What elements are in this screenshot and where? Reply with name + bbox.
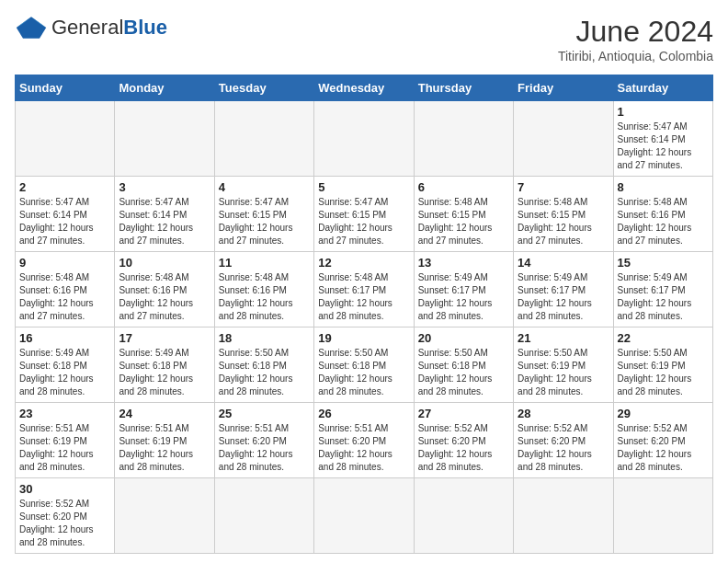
day-info: Sunrise: 5:50 AM Sunset: 6:19 PM Dayligh… (518, 347, 609, 398)
day-info: Sunrise: 5:49 AM Sunset: 6:18 PM Dayligh… (19, 347, 110, 398)
calendar-day-cell: 4Sunrise: 5:47 AM Sunset: 6:15 PM Daylig… (214, 177, 313, 252)
calendar-day-cell: 30Sunrise: 5:52 AM Sunset: 6:20 PM Dayli… (16, 478, 115, 554)
generalblue-icon (15, 15, 48, 40)
day-number: 21 (518, 331, 609, 345)
day-number: 16 (19, 331, 110, 345)
day-info: Sunrise: 5:47 AM Sunset: 6:15 PM Dayligh… (219, 196, 310, 247)
day-number: 24 (119, 407, 210, 420)
calendar-week-row: 1Sunrise: 5:47 AM Sunset: 6:14 PM Daylig… (16, 101, 713, 177)
day-info: Sunrise: 5:52 AM Sunset: 6:20 PM Dayligh… (418, 422, 509, 474)
header-tuesday: Tuesday (214, 75, 313, 101)
calendar-day-cell: 29Sunrise: 5:52 AM Sunset: 6:20 PM Dayli… (613, 403, 712, 478)
calendar-day-cell (16, 101, 115, 177)
day-number: 26 (318, 407, 409, 420)
header-friday: Friday (514, 75, 613, 101)
calendar-day-cell: 22Sunrise: 5:50 AM Sunset: 6:19 PM Dayli… (613, 327, 712, 403)
day-info: Sunrise: 5:47 AM Sunset: 6:15 PM Dayligh… (318, 196, 409, 247)
calendar-day-cell: 18Sunrise: 5:50 AM Sunset: 6:18 PM Dayli… (214, 327, 313, 403)
day-info: Sunrise: 5:50 AM Sunset: 6:18 PM Dayligh… (418, 347, 509, 398)
calendar-day-cell: 10Sunrise: 5:48 AM Sunset: 6:16 PM Dayli… (115, 252, 214, 327)
calendar-day-cell (115, 101, 214, 177)
day-number: 4 (219, 180, 310, 194)
header-sunday: Sunday (16, 75, 115, 101)
day-number: 15 (618, 256, 709, 270)
calendar-day-cell: 21Sunrise: 5:50 AM Sunset: 6:19 PM Dayli… (514, 327, 613, 403)
day-info: Sunrise: 5:51 AM Sunset: 6:20 PM Dayligh… (318, 422, 409, 474)
logo: GeneralBlue (15, 15, 167, 40)
day-number: 3 (119, 180, 210, 194)
calendar-day-cell (514, 478, 613, 554)
calendar-day-cell: 17Sunrise: 5:49 AM Sunset: 6:18 PM Dayli… (115, 327, 214, 403)
day-number: 23 (19, 407, 110, 420)
day-number: 19 (318, 331, 409, 345)
day-number: 14 (518, 256, 609, 270)
header-wednesday: Wednesday (314, 75, 414, 101)
day-info: Sunrise: 5:49 AM Sunset: 6:18 PM Dayligh… (119, 347, 210, 398)
day-info: Sunrise: 5:50 AM Sunset: 6:18 PM Dayligh… (318, 347, 409, 398)
calendar-day-cell (214, 478, 313, 554)
day-info: Sunrise: 5:48 AM Sunset: 6:15 PM Dayligh… (518, 196, 609, 247)
day-info: Sunrise: 5:49 AM Sunset: 6:17 PM Dayligh… (518, 271, 609, 323)
day-info: Sunrise: 5:49 AM Sunset: 6:17 PM Dayligh… (418, 271, 509, 323)
day-info: Sunrise: 5:48 AM Sunset: 6:15 PM Dayligh… (418, 196, 509, 247)
calendar-day-cell (214, 101, 313, 177)
day-info: Sunrise: 5:51 AM Sunset: 6:20 PM Dayligh… (219, 422, 310, 474)
calendar-day-cell: 15Sunrise: 5:49 AM Sunset: 6:17 PM Dayli… (613, 252, 712, 327)
day-info: Sunrise: 5:50 AM Sunset: 6:19 PM Dayligh… (618, 347, 709, 398)
calendar-day-cell: 23Sunrise: 5:51 AM Sunset: 6:19 PM Dayli… (16, 403, 115, 478)
day-number: 1 (618, 105, 709, 119)
calendar-week-row: 16Sunrise: 5:49 AM Sunset: 6:18 PM Dayli… (16, 327, 713, 403)
day-info: Sunrise: 5:52 AM Sunset: 6:20 PM Dayligh… (518, 422, 609, 474)
day-number: 13 (418, 256, 509, 270)
calendar-day-cell: 14Sunrise: 5:49 AM Sunset: 6:17 PM Dayli… (514, 252, 613, 327)
day-number: 27 (418, 407, 509, 420)
calendar-week-row: 23Sunrise: 5:51 AM Sunset: 6:19 PM Dayli… (16, 403, 713, 478)
calendar-day-cell (613, 478, 712, 554)
calendar-day-cell: 3Sunrise: 5:47 AM Sunset: 6:14 PM Daylig… (115, 177, 214, 252)
calendar-day-cell: 8Sunrise: 5:48 AM Sunset: 6:16 PM Daylig… (613, 177, 712, 252)
calendar-day-cell: 2Sunrise: 5:47 AM Sunset: 6:14 PM Daylig… (16, 177, 115, 252)
month-title: June 2024 (558, 15, 713, 49)
day-number: 10 (119, 256, 210, 270)
calendar-day-cell (414, 478, 513, 554)
day-number: 6 (418, 180, 509, 194)
calendar-day-cell: 25Sunrise: 5:51 AM Sunset: 6:20 PM Dayli… (214, 403, 313, 478)
day-info: Sunrise: 5:48 AM Sunset: 6:16 PM Dayligh… (19, 271, 110, 323)
calendar-day-cell: 26Sunrise: 5:51 AM Sunset: 6:20 PM Dayli… (314, 403, 414, 478)
day-number: 9 (19, 256, 110, 270)
day-number: 18 (219, 331, 310, 345)
calendar-week-row: 30Sunrise: 5:52 AM Sunset: 6:20 PM Dayli… (16, 478, 713, 554)
day-number: 30 (19, 482, 110, 496)
calendar-day-cell: 6Sunrise: 5:48 AM Sunset: 6:15 PM Daylig… (414, 177, 513, 252)
day-info: Sunrise: 5:51 AM Sunset: 6:19 PM Dayligh… (19, 422, 110, 474)
day-number: 29 (618, 407, 709, 420)
day-info: Sunrise: 5:48 AM Sunset: 6:16 PM Dayligh… (119, 271, 210, 323)
day-number: 28 (518, 407, 609, 420)
day-info: Sunrise: 5:50 AM Sunset: 6:18 PM Dayligh… (219, 347, 310, 398)
weekday-header-row: Sunday Monday Tuesday Wednesday Thursday… (16, 75, 713, 101)
calendar-day-cell: 24Sunrise: 5:51 AM Sunset: 6:19 PM Dayli… (115, 403, 214, 478)
calendar-day-cell: 16Sunrise: 5:49 AM Sunset: 6:18 PM Dayli… (16, 327, 115, 403)
calendar-day-cell: 11Sunrise: 5:48 AM Sunset: 6:16 PM Dayli… (214, 252, 313, 327)
calendar-day-cell: 13Sunrise: 5:49 AM Sunset: 6:17 PM Dayli… (414, 252, 513, 327)
calendar-day-cell: 12Sunrise: 5:48 AM Sunset: 6:17 PM Dayli… (314, 252, 414, 327)
day-info: Sunrise: 5:49 AM Sunset: 6:17 PM Dayligh… (618, 271, 709, 323)
title-section: June 2024 Titiribi, Antioquia, Colombia (558, 15, 713, 63)
calendar-day-cell: 1Sunrise: 5:47 AM Sunset: 6:14 PM Daylig… (613, 101, 712, 177)
calendar-day-cell (314, 101, 414, 177)
calendar-day-cell: 9Sunrise: 5:48 AM Sunset: 6:16 PM Daylig… (16, 252, 115, 327)
day-number: 22 (618, 331, 709, 345)
day-number: 25 (219, 407, 310, 420)
day-number: 20 (418, 331, 509, 345)
day-info: Sunrise: 5:48 AM Sunset: 6:17 PM Dayligh… (318, 271, 409, 323)
calendar-day-cell: 5Sunrise: 5:47 AM Sunset: 6:15 PM Daylig… (314, 177, 414, 252)
header-monday: Monday (115, 75, 214, 101)
day-number: 12 (318, 256, 409, 270)
calendar-table: Sunday Monday Tuesday Wednesday Thursday… (15, 75, 713, 554)
day-info: Sunrise: 5:48 AM Sunset: 6:16 PM Dayligh… (618, 196, 709, 247)
calendar-day-cell: 7Sunrise: 5:48 AM Sunset: 6:15 PM Daylig… (514, 177, 613, 252)
day-info: Sunrise: 5:52 AM Sunset: 6:20 PM Dayligh… (19, 498, 110, 549)
svg-marker-0 (17, 17, 46, 38)
day-info: Sunrise: 5:47 AM Sunset: 6:14 PM Dayligh… (618, 121, 709, 172)
calendar-day-cell (414, 101, 513, 177)
